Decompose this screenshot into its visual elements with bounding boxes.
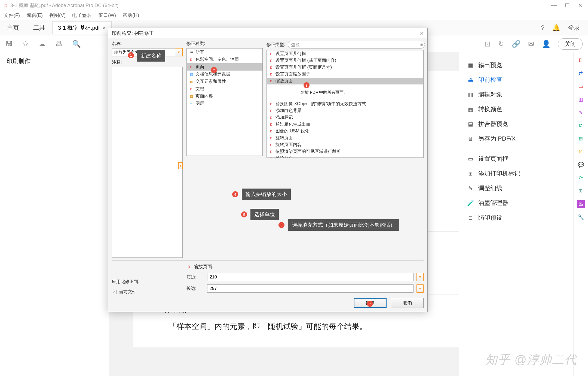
- kind-item[interactable]: 🗋文档: [187, 85, 262, 93]
- rp-ink-manager[interactable]: 🧪油墨管理器: [459, 196, 573, 210]
- menu-edit[interactable]: 编辑(E): [26, 12, 43, 19]
- rp-preflight[interactable]: 🖶印前检查: [459, 72, 573, 87]
- menu-window[interactable]: 窗口(W): [98, 12, 116, 19]
- cloud-upload-icon[interactable]: ☁: [38, 40, 45, 48]
- expand-arrow-icon[interactable]: ▼: [178, 162, 183, 169]
- edit-icon: ▥: [467, 91, 474, 98]
- login-link[interactable]: 登录: [568, 24, 580, 32]
- link-icon[interactable]: 🔗: [512, 40, 520, 48]
- account-icon[interactable]: 👤: [542, 40, 550, 48]
- page-tool-icon[interactable]: ⊡: [485, 40, 491, 48]
- kind-item-selected[interactable]: 🗋页面: [187, 63, 262, 71]
- kind-item[interactable]: ▤文档信息和元数据: [187, 71, 262, 78]
- minimize-button[interactable]: —: [551, 2, 557, 9]
- rp-flattener[interactable]: ⬓拼合器预览: [459, 117, 573, 131]
- type-item-selected[interactable]: 🗋缩放页面: [267, 78, 423, 84]
- kind-label: 修正种类:: [186, 41, 263, 47]
- type-item[interactable]: 🗋通过粗化生成出血: [267, 121, 423, 128]
- rail-icon[interactable]: ⟳: [577, 174, 585, 182]
- annotation-badge-2: 2: [211, 67, 217, 73]
- rp-printer-marks[interactable]: ⊞添加打印机标记: [459, 166, 573, 181]
- type-item[interactable]: 🗋替换图像 XObject 的"滤镜"项中的无效快捷方式: [267, 101, 423, 107]
- rp-trap-preset[interactable]: ⊟陷印预设: [459, 210, 573, 225]
- menu-esign[interactable]: 电子签名: [72, 12, 92, 19]
- maximize-button[interactable]: ☐: [565, 2, 570, 9]
- short-edge-input[interactable]: [207, 273, 414, 281]
- dropdown-arrow-icon[interactable]: ▼: [416, 273, 424, 281]
- kind-item[interactable]: 🗋色彩空间、专色、油墨: [187, 56, 262, 63]
- rail-icon[interactable]: ⛨: [577, 187, 585, 195]
- type-item-desc: 缩放 PDF 中的所有页面。: [290, 89, 423, 96]
- type-item[interactable]: 🗋依照渲染页面的可见区域进行裁剪: [267, 148, 423, 155]
- type-item[interactable]: 🗋设置页面几何框: [267, 50, 423, 57]
- mail-icon[interactable]: ✉: [528, 40, 534, 48]
- palette-icon: ▦: [467, 106, 474, 113]
- nav-home[interactable]: 主页: [0, 20, 26, 36]
- rp-edit-object[interactable]: ▥编辑对象: [459, 87, 573, 102]
- dropdown-arrow-icon[interactable]: ▼: [175, 48, 183, 56]
- dialog-close-icon[interactable]: ✕: [419, 30, 424, 36]
- type-item[interactable]: 🗋旋转页面内容: [267, 141, 423, 148]
- type-item[interactable]: 🗋旋转页面: [267, 135, 423, 141]
- page-icon: ▭: [467, 155, 474, 162]
- close-window-button[interactable]: ✕: [578, 2, 583, 9]
- rail-icon-selected[interactable]: 🖶: [577, 200, 585, 208]
- type-item[interactable]: 🗋添加标记: [267, 114, 423, 121]
- kind-item[interactable]: ▦页面内容: [187, 93, 262, 100]
- rp-output-preview[interactable]: ▣输出预览: [459, 58, 573, 72]
- rail-icon[interactable]: ✎: [577, 108, 585, 117]
- help-icon[interactable]: ?: [541, 24, 544, 32]
- annotation-badge-4: 4: [232, 191, 238, 197]
- rp-convert-color[interactable]: ▦转换颜色: [459, 102, 573, 117]
- kind-item[interactable]: •••所有: [187, 48, 262, 56]
- bell-icon[interactable]: 🔔: [552, 24, 560, 32]
- nav-tools[interactable]: 工具: [26, 20, 52, 36]
- search-input[interactable]: [288, 41, 425, 48]
- annotation-badge-7: 7: [367, 301, 373, 307]
- rail-icon[interactable]: ⊞: [577, 135, 585, 143]
- dropdown-arrow-icon[interactable]: ▼: [416, 284, 424, 293]
- star-icon[interactable]: ☆: [22, 40, 29, 48]
- print-icon[interactable]: 🖶: [55, 40, 62, 48]
- note-textarea[interactable]: ▼: [112, 67, 183, 258]
- type-item[interactable]: 🗋移除分色: [267, 155, 423, 158]
- pdfx-icon: 🗎: [467, 135, 474, 142]
- type-item[interactable]: 🗋添加白色背景: [267, 107, 423, 114]
- rail-icon[interactable]: 🗋: [577, 56, 585, 64]
- kind-item[interactable]: ≣图层: [187, 100, 262, 107]
- rail-icon[interactable]: 🔧: [577, 213, 585, 221]
- kind-list[interactable]: •••所有 🗋色彩空间、专色、油墨 🗋页面 ▤文档信息和元数据 ⊞交互元素和属性…: [186, 48, 263, 156]
- kind-item[interactable]: ⊞交互元素和属性: [187, 78, 262, 85]
- rp-hairline[interactable]: ✎调整细线: [459, 181, 573, 196]
- refresh-icon[interactable]: ↻: [498, 40, 504, 48]
- clear-search-icon[interactable]: ⊗: [420, 42, 424, 47]
- rp-save-pdfx[interactable]: 🗎另存为 PDF/X: [459, 131, 573, 146]
- chk-current-file[interactable]: ✓当前文件: [112, 289, 183, 294]
- menu-file[interactable]: 文件(F): [4, 12, 20, 19]
- type-item[interactable]: 🗋设置页面几何框 (基于页面内容): [267, 57, 423, 64]
- type-item[interactable]: 🗋设置页面几何框 (页面框尺寸): [267, 64, 423, 71]
- menu-help[interactable]: 帮助(H): [122, 12, 139, 19]
- menu-view[interactable]: 视图(V): [49, 12, 66, 19]
- rail-icon[interactable]: ⇄: [577, 69, 585, 77]
- rail-icon[interactable]: 🗎: [577, 148, 585, 156]
- type-item[interactable]: 🗋设置页面缩放因子: [267, 71, 423, 78]
- type-item[interactable]: 🗋图像的 USM 锐化: [267, 128, 423, 135]
- save-icon[interactable]: 🖫: [5, 40, 13, 48]
- long-edge-input[interactable]: [207, 284, 414, 293]
- document-tab[interactable]: 3-1 概率 基础.pdf ✕: [52, 21, 112, 34]
- long-edge-label: 长边:: [186, 286, 204, 292]
- tab-close-icon[interactable]: ✕: [102, 25, 106, 31]
- rail-icon[interactable]: 🗎: [577, 122, 585, 130]
- cancel-button[interactable]: 取消: [391, 298, 424, 308]
- rail-icon[interactable]: ▭: [577, 82, 585, 90]
- type-list[interactable]: 🗋设置页面几何框 🗋设置页面几何框 (基于页面内容) 🗋设置页面几何框 (页面框…: [267, 50, 424, 158]
- preflight-dialog: 印前检查: 创建修正 ✕ 名称: ▼ 注释: ▼ 修正种类:: [108, 28, 428, 312]
- rail-icon[interactable]: 💬: [577, 161, 585, 169]
- close-panel-button[interactable]: 关闭: [558, 38, 583, 50]
- search-icon[interactable]: 🔍: [72, 40, 81, 48]
- rp-page-box[interactable]: ▭设置页面框: [459, 151, 573, 166]
- marks-icon: ⊞: [467, 170, 474, 177]
- dialog-titlebar: 印前检查: 创建修正 ✕: [108, 28, 427, 38]
- rail-icon[interactable]: ▥: [577, 95, 585, 104]
